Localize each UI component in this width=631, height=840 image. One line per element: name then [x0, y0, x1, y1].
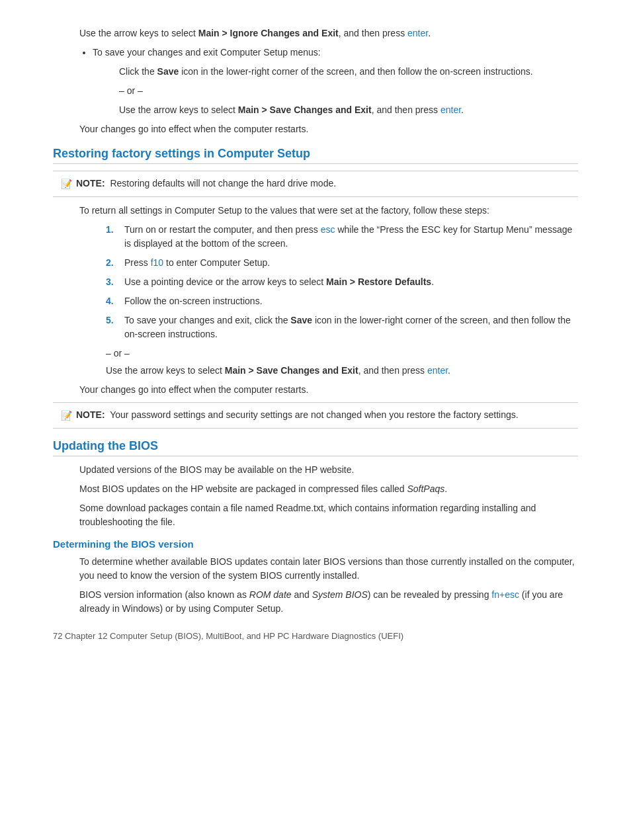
- enter-link-restoring[interactable]: enter: [427, 365, 448, 376]
- step-1: 1. Turn on or restart the computer, and …: [106, 223, 578, 251]
- save-arrow-bold: Main > Save Changes and Exit: [238, 105, 372, 115]
- save-bullet-item: To save your changes and exit Computer S…: [93, 46, 578, 117]
- bios-version-para2: BIOS version information (also known as …: [79, 588, 578, 616]
- updating-para2-after: .: [444, 483, 447, 494]
- save-arrow-prefix: Use the arrow keys to select: [119, 105, 238, 115]
- restore-defaults-bold: Main > Restore Defaults: [326, 276, 431, 287]
- note1-text: Restoring defaults will not change the h…: [110, 178, 336, 189]
- updating-para2-before: Most BIOS updates on the HP website are …: [79, 483, 407, 494]
- step-4-content: Follow the on-screen instructions.: [124, 294, 578, 308]
- page-footer: 72 Chapter 12 Computer Setup (BIOS), Mul…: [53, 631, 578, 641]
- restoring-save-bold: Main > Save Changes and Exit: [225, 365, 358, 376]
- note-icon-2: 📝: [61, 409, 72, 423]
- changes-effect-intro: Your changes go into effect when the com…: [79, 122, 578, 136]
- bios-version-para1: To determine whether available BIOS upda…: [79, 555, 578, 583]
- or-divider-intro: – or –: [119, 84, 578, 98]
- page-content: Use the arrow keys to select Main > Igno…: [0, 0, 631, 661]
- updating-content: Updated versions of the BIOS may be avai…: [79, 463, 578, 529]
- restoring-steps: 1. Turn on or restart the computer, and …: [106, 223, 578, 341]
- step-4: 4. Follow the on-screen instructions.: [106, 294, 578, 308]
- save-click-suffix: icon in the lower-right corner of the sc…: [179, 66, 532, 77]
- restoring-save-suffix: , and then press: [358, 365, 427, 376]
- restoring-save-prefix: Use the arrow keys to select: [106, 365, 225, 376]
- intro-arrow-ignore: Use the arrow keys to select Main > Igno…: [79, 26, 578, 40]
- save-bullet-list: To save your changes and exit Computer S…: [93, 46, 578, 117]
- updating-para3: Some download packages contain a file na…: [79, 501, 578, 529]
- restoring-intro: To return all settings in Computer Setup…: [79, 204, 578, 397]
- save-bullet-label: To save your changes and exit Computer S…: [93, 46, 578, 60]
- bios-para2-mid: and: [292, 589, 312, 600]
- step-1-num: 1.: [106, 223, 116, 251]
- step-5-content: To save your changes and exit, click the…: [124, 314, 578, 341]
- system-bios-italic: System BIOS: [312, 589, 368, 600]
- esc-link[interactable]: esc: [321, 224, 335, 235]
- step-5: 5. To save your changes and exit, click …: [106, 314, 578, 341]
- step-3: 3. Use a pointing device or the arrow ke…: [106, 275, 578, 289]
- fn-esc-link[interactable]: fn+esc: [491, 589, 519, 600]
- note2-label: NOTE:: [76, 409, 105, 420]
- note-icon-1: 📝: [61, 177, 72, 191]
- restoring-save-end: .: [448, 365, 450, 376]
- save-arrow-suffix: , and then press: [372, 105, 441, 115]
- arrow-ignore-suffix: , and then press: [339, 28, 407, 38]
- save-bold: Save: [157, 66, 179, 77]
- rom-date-italic: ROM date: [249, 589, 292, 600]
- save-arrow-instruction: Use the arrow keys to select Main > Save…: [119, 103, 578, 117]
- bios-version-content: To determine whether available BIOS upda…: [79, 555, 578, 616]
- save-arrow-end: .: [461, 105, 464, 115]
- footer-text: 72 Chapter 12 Computer Setup (BIOS), Mul…: [53, 631, 403, 641]
- note-box-2: 📝 NOTE: Your password settings and secur…: [53, 402, 578, 429]
- f10-link[interactable]: f10: [151, 257, 163, 268]
- updating-section-heading: Updating the BIOS: [53, 439, 578, 456]
- arrow-ignore-end: .: [428, 28, 431, 38]
- step-4-num: 4.: [106, 294, 116, 308]
- bios-para2-after: ) can be revealed by pressing: [368, 589, 492, 600]
- step-5-num: 5.: [106, 314, 116, 341]
- step-2-content: Press f10 to enter Computer Setup.: [124, 256, 578, 270]
- save-bold-5: Save: [290, 315, 312, 325]
- step-2: 2. Press f10 to enter Computer Setup.: [106, 256, 578, 270]
- bios-version-subheading: Determining the BIOS version: [53, 538, 578, 550]
- updating-para1: Updated versions of the BIOS may be avai…: [79, 463, 578, 477]
- arrow-ignore-prefix: Use the arrow keys to select: [79, 28, 198, 38]
- updating-para2: Most BIOS updates on the HP website are …: [79, 482, 578, 496]
- enter-link-ignore[interactable]: enter: [407, 28, 428, 38]
- note2-text: Your password settings and security sett…: [110, 409, 518, 420]
- step-2-num: 2.: [106, 256, 116, 270]
- step-3-content: Use a pointing device or the arrow keys …: [124, 275, 578, 289]
- note1-label: NOTE:: [76, 178, 105, 189]
- note-box-1: 📝 NOTE: Restoring defaults will not chan…: [53, 171, 578, 197]
- softpaqs-italic: SoftPaqs: [407, 483, 444, 494]
- arrow-ignore-bold: Main > Ignore Changes and Exit: [198, 28, 339, 38]
- restoring-section-heading: Restoring factory settings in Computer S…: [53, 147, 578, 164]
- step-3-num: 3.: [106, 275, 116, 289]
- bios-para2-before: BIOS version information (also known as: [79, 589, 249, 600]
- restoring-changes-effect: Your changes go into effect when the com…: [79, 383, 578, 397]
- save-click-prefix: Click the: [119, 66, 157, 77]
- restoring-intro-text: To return all settings in Computer Setup…: [79, 204, 578, 218]
- enter-link-save[interactable]: enter: [441, 105, 461, 115]
- or-divider-restoring: – or –: [106, 348, 578, 358]
- step-1-content: Turn on or restart the computer, and the…: [124, 223, 578, 251]
- save-click-instruction: Click the Save icon in the lower-right c…: [119, 65, 578, 79]
- restoring-save-arrow: Use the arrow keys to select Main > Save…: [106, 364, 578, 378]
